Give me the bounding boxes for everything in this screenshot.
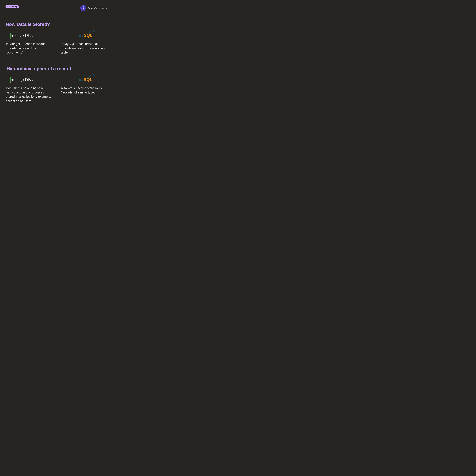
mysql-dolphin-icon [88, 30, 95, 34]
mongo-text-a: mongo [12, 33, 24, 38]
mongo-text-b: DB [25, 33, 31, 38]
section-heading-1: How Data is Stored? [6, 22, 50, 27]
mongo-column-1: mongoDB® In MongoDB, each individual rec… [6, 31, 53, 55]
double-chevron-right-icon [15, 6, 17, 8]
section-heading-2: Hierarchical upper of a record [7, 66, 71, 71]
svg-rect-2 [10, 38, 11, 38]
tm-mark: ™ [93, 80, 94, 81]
mysql-column-2: MySQL™ A 'table' is used to store rows (… [61, 75, 108, 103]
continue-button[interactable]: Continue [5, 5, 19, 8]
mysql-logo: MySQL™ [61, 75, 108, 84]
mysql-logo: MySQL™ [61, 31, 108, 40]
mongodb-leaf-icon [9, 32, 12, 38]
mysql-text-a: My [79, 78, 84, 82]
svg-point-1 [83, 7, 84, 8]
mysql-dolphin-icon [88, 74, 95, 78]
mongo-text-b: DB [25, 77, 31, 82]
mongodb-logo: mongoDB® [6, 31, 53, 40]
brand-handle: @freshers.space [88, 7, 108, 10]
mysql-desc-1: In MySQL, each individual records are st… [61, 42, 108, 55]
registered-mark: ® [32, 80, 33, 81]
comparison-row-1: mongoDB® In MongoDB, each individual rec… [0, 31, 114, 55]
svg-rect-3 [10, 82, 11, 83]
avatar [80, 5, 86, 11]
mongo-desc-1: In MongoDB, each individual records are … [6, 42, 53, 55]
comparison-row-2: mongoDB® Documents belonging to a partic… [0, 75, 114, 103]
brand-block: @freshers.space [80, 5, 108, 11]
rocket-icon [80, 5, 86, 11]
mysql-column-1: MySQL™ In MySQL, each individual records… [61, 31, 108, 55]
mongo-column-2: mongoDB® Documents belonging to a partic… [6, 75, 53, 103]
registered-mark: ® [32, 36, 33, 37]
continue-label: Continue [7, 6, 14, 8]
mongo-text-a: mongo [12, 77, 24, 82]
mongo-desc-2: Documents belonging to a particular clas… [6, 86, 53, 103]
mongodb-leaf-icon [9, 77, 12, 83]
mongodb-logo: mongoDB® [6, 75, 53, 84]
tm-mark: ™ [93, 36, 94, 37]
mysql-text-a: My [79, 34, 84, 37]
mysql-desc-2: A 'table' is used to store rows (records… [61, 86, 108, 95]
